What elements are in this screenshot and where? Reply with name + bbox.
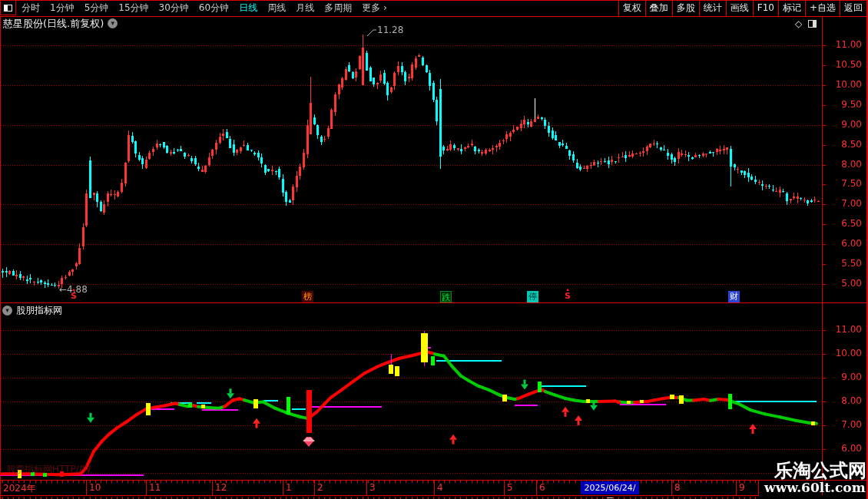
price-label: 9.50	[827, 99, 862, 110]
chart-title-row: 慈星股份(日线.前复权) ▾	[0, 17, 118, 30]
x-axis-label: 2024年	[3, 482, 36, 495]
toolbar-item-日线[interactable]: 日线	[239, 2, 257, 15]
price-label: 5.50	[827, 258, 862, 269]
toolbar-item-多周期[interactable]: 多周期	[324, 2, 352, 15]
panel-toggle-icon[interactable]	[808, 20, 817, 28]
price-label: 11.00	[827, 324, 862, 335]
price-label: 8.00	[827, 395, 862, 406]
page-title: 慈星股份(日线.前复权)	[3, 17, 104, 31]
toolbar-item-分时[interactable]: 分时	[22, 2, 40, 15]
indicator-header: ▾ 股朋指标网	[2, 304, 62, 317]
chevron-down-icon[interactable]: ▾	[2, 306, 12, 316]
diamond-icon[interactable]: ◇	[795, 18, 802, 29]
toolbar-button-统计[interactable]: 统计	[700, 0, 727, 16]
price-label: 8.00	[827, 159, 862, 170]
toolbar-item-60分钟[interactable]: 60分钟	[199, 2, 229, 15]
signal-letter: S	[71, 292, 77, 300]
toolbar-item-更多 ›[interactable]: 更多 ›	[362, 2, 387, 15]
signal-s-marker: ▴S	[71, 288, 77, 300]
toolbar-item-30分钟[interactable]: 30分钟	[159, 2, 189, 15]
x-axis-label: 4	[437, 482, 443, 493]
price-label: 10.50	[827, 59, 862, 70]
header-right-icons: ◇	[795, 18, 817, 29]
toolbar-button-多股[interactable]: 多股	[673, 0, 700, 16]
toolbar-button-叠加[interactable]: 叠加	[646, 0, 673, 16]
signal-letter: S	[565, 292, 571, 300]
top-toolbar: 分时1分钟5分钟15分钟30分钟60分钟日线周线月线多周期更多 › 复权叠加多股…	[0, 0, 867, 16]
indicator-title: 股朋指标网	[16, 304, 62, 317]
toolbar-button-返回[interactable]: 返回	[840, 0, 867, 16]
x-axis-label: 10	[89, 482, 101, 493]
marker-cai: 财	[728, 291, 740, 302]
price-label: 7.00	[827, 419, 862, 430]
x-axis-label: 2	[317, 482, 323, 493]
price-label: 6.50	[827, 218, 862, 229]
price-label: 5.00	[827, 278, 862, 289]
toolbar-item-月线[interactable]: 月线	[296, 2, 314, 15]
tool-menu: 复权叠加多股统计画线F10标记+自选返回	[618, 0, 867, 16]
marker-die: 跌	[440, 291, 452, 302]
price-label: 6.00	[827, 238, 862, 249]
x-axis-label: 11	[149, 482, 161, 493]
toolbar-item-15分钟[interactable]: 15分钟	[118, 2, 148, 15]
price-label: 8.50	[827, 139, 862, 150]
toolbar-button-F10[interactable]: F10	[754, 0, 779, 16]
selected-date-badge: 2025/06/24/二	[581, 481, 639, 494]
marker-bang: 榜	[302, 291, 313, 302]
x-axis-label: 6	[539, 482, 545, 493]
toolbar-item-周线[interactable]: 周线	[267, 2, 286, 15]
window-split-icon[interactable]	[0, 0, 16, 15]
indicator-watermark: 股票指标网HTTP//W	[6, 463, 91, 476]
marker-ting: 停	[527, 291, 538, 302]
price-label: 6.00	[827, 443, 862, 454]
price-label: 7.50	[827, 178, 862, 189]
toolbar-button-+自选[interactable]: +自选	[806, 0, 840, 16]
toolbar-button-画线[interactable]: 画线	[727, 0, 754, 16]
split-square-icon	[4, 5, 12, 12]
toolbar-button-标记[interactable]: 标记	[779, 0, 806, 16]
x-axis-label: 12	[215, 482, 227, 493]
high-annotation: 11.28	[377, 25, 403, 35]
price-label: 11.00	[827, 39, 862, 50]
toolbar-item-5分钟[interactable]: 5分钟	[84, 2, 109, 15]
site-watermark-url: www.60lt.com	[764, 480, 866, 495]
toolbar-button-复权[interactable]: 复权	[619, 0, 646, 16]
x-axis-label: 5	[507, 482, 513, 493]
x-axis-label: 3	[369, 482, 376, 493]
chevron-down-icon[interactable]: ▾	[108, 18, 118, 28]
price-label: 9.00	[827, 372, 862, 382]
price-label: 10.00	[827, 348, 862, 359]
x-axis-label: 1	[286, 482, 292, 493]
price-label: 10.00	[827, 79, 862, 90]
x-axis-label: 8	[674, 482, 681, 493]
price-label: 9.00	[827, 119, 862, 130]
price-label: 7.00	[827, 198, 862, 209]
signal-s-marker: ▴S	[565, 288, 571, 300]
period-menu: 分时1分钟5分钟15分钟30分钟60分钟日线周线月线多周期更多 ›	[16, 0, 387, 16]
toolbar-item-1分钟[interactable]: 1分钟	[50, 2, 75, 15]
x-axis-label: 9	[739, 482, 745, 493]
